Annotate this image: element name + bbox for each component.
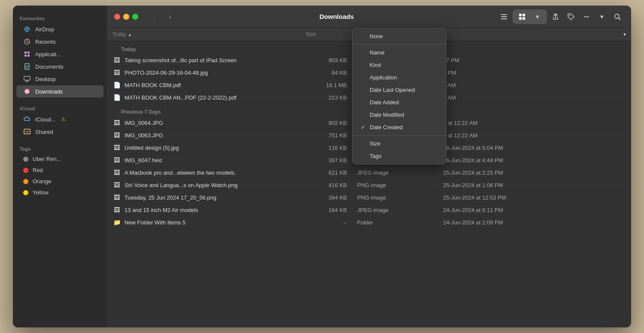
file-icon: 🖼 bbox=[112, 206, 121, 214]
sidebar-item-tag-uber[interactable]: Uber Ren... bbox=[16, 154, 103, 164]
dropdown-divider bbox=[352, 44, 446, 45]
col-name-header[interactable]: Today ▲ bbox=[107, 30, 301, 38]
traffic-lights bbox=[114, 14, 138, 20]
downloads-icon bbox=[23, 88, 31, 95]
svg-point-20 bbox=[586, 16, 587, 17]
svg-rect-6 bbox=[27, 54, 30, 57]
tag-dot bbox=[23, 168, 28, 173]
file-name: 🖼 Tuesday, 25 Jun 2024 17_20_56.png bbox=[107, 193, 301, 202]
svg-rect-17 bbox=[522, 17, 525, 20]
main-content: ‹ › Downloads bbox=[107, 6, 631, 327]
sidebar-item-shared[interactable]: Shared bbox=[16, 126, 103, 138]
icloud-icon bbox=[23, 115, 31, 123]
more-options-button[interactable] bbox=[580, 10, 593, 24]
maximize-button[interactable] bbox=[132, 14, 138, 20]
dropdown-item-date-created[interactable]: ✓ Date Created bbox=[352, 121, 446, 133]
dropdown-item-none[interactable]: None bbox=[352, 30, 446, 42]
dropdown-item-date-modified[interactable]: Date Modified bbox=[352, 109, 446, 121]
svg-point-19 bbox=[584, 16, 586, 17]
file-row[interactable]: 📁 New Folder With Items 5 -- Folder 24-J… bbox=[107, 216, 631, 229]
grid-view-button[interactable] bbox=[515, 10, 529, 24]
sidebar: Favourites AirDrop Recents bbox=[13, 6, 107, 327]
svg-rect-11 bbox=[501, 14, 507, 15]
svg-rect-4 bbox=[27, 51, 30, 54]
file-row[interactable]: 🖼 Siri Voice and Langua...s on Apple Wat… bbox=[107, 179, 631, 191]
file-icon: 🖼 bbox=[112, 193, 121, 202]
dropdown-item-size[interactable]: Size bbox=[352, 137, 446, 150]
sidebar-item-tag-orange[interactable]: Orange bbox=[16, 176, 103, 187]
minimize-button[interactable] bbox=[123, 14, 129, 20]
documents-icon bbox=[23, 63, 31, 70]
sidebar-item-tag-yellow[interactable]: Yellow bbox=[16, 187, 103, 198]
dropdown-item-tags[interactable]: Tags bbox=[352, 150, 446, 162]
file-name: 📄 MATH BOOK CBM.pdf bbox=[107, 81, 301, 89]
file-icon: 🖼 bbox=[112, 156, 121, 164]
view-dropdown-arrow[interactable]: ▾ bbox=[531, 10, 544, 24]
sidebar-item-recents[interactable]: Recents bbox=[16, 36, 103, 48]
file-name: 📁 New Folder With Items 5 bbox=[107, 218, 301, 227]
finder-window: Favourites AirDrop Recents bbox=[13, 6, 631, 327]
sidebar-item-label: Shared bbox=[35, 129, 53, 135]
dropdown-item-name[interactable]: Name bbox=[352, 46, 446, 59]
file-icon: 📁 bbox=[112, 218, 121, 227]
date-sort-dropdown[interactable]: ▾ bbox=[623, 31, 626, 37]
icloud-section-label: iCloud bbox=[13, 103, 107, 113]
search-button[interactable] bbox=[611, 10, 624, 24]
window-title: Downloads bbox=[183, 13, 490, 20]
dropdown-item-kind[interactable]: Kind bbox=[352, 59, 446, 71]
close-button[interactable] bbox=[114, 14, 120, 20]
svg-rect-7 bbox=[25, 64, 29, 70]
dropdown-divider bbox=[352, 135, 446, 136]
more-dropdown-arrow[interactable]: ▾ bbox=[595, 10, 609, 24]
file-row[interactable]: 🖼 13 and 15 inch M2 Air models 164 KB JP… bbox=[107, 204, 631, 216]
file-name: 🖼 IMG_6047.heic bbox=[107, 156, 301, 164]
file-icon: 📄 bbox=[112, 81, 121, 89]
file-name: 🖼 Taking screenshot of...ific part of iP… bbox=[107, 56, 301, 64]
file-name: 🖼 A Macbook pro and...etween the two mod… bbox=[107, 168, 301, 177]
desktop-icon bbox=[23, 75, 31, 83]
file-row[interactable]: 🖼 Tuesday, 25 Jun 2024 17_20_56.png 394 … bbox=[107, 191, 631, 204]
sidebar-item-tag-red[interactable]: Red bbox=[16, 165, 103, 176]
file-icon: 🖼 bbox=[112, 118, 121, 127]
file-icon: 🖼 bbox=[112, 56, 121, 64]
tag-dot bbox=[23, 179, 28, 184]
dropdown-item-date-last-opened[interactable]: Date Last Opened bbox=[352, 84, 446, 96]
file-icon: 🖼 bbox=[112, 168, 121, 177]
dropdown-item-date-added[interactable]: Date Added bbox=[352, 96, 446, 109]
file-icon: 🖼 bbox=[112, 181, 121, 189]
checkmark-date-created: ✓ bbox=[359, 124, 366, 130]
file-name: 🖼 Siri Voice and Langua...s on Apple Wat… bbox=[107, 181, 301, 189]
sidebar-item-label: Recents bbox=[35, 39, 56, 45]
col-size-header[interactable]: Size bbox=[301, 30, 352, 38]
back-button[interactable]: ‹ bbox=[149, 11, 161, 23]
tag-label: Yellow bbox=[33, 189, 49, 196]
forward-button[interactable]: › bbox=[164, 11, 176, 23]
sidebar-item-icloud[interactable]: iCloud... ⚠ bbox=[16, 113, 103, 125]
sidebar-item-label: AirDrop bbox=[35, 26, 54, 33]
file-name: 🖼 Untitled design (5).jpg bbox=[107, 143, 301, 152]
col-date-header[interactable]: ▾ bbox=[438, 30, 631, 38]
tag-dot bbox=[23, 190, 28, 195]
applications-icon bbox=[23, 50, 31, 58]
sort-dropdown-menu: None Name Kind Application Date Last Ope… bbox=[352, 28, 447, 164]
warning-icon: ⚠ bbox=[61, 116, 66, 122]
sidebar-item-documents[interactable]: Documents bbox=[16, 61, 103, 73]
dropdown-item-application[interactable]: Application bbox=[352, 71, 446, 84]
sidebar-item-downloads[interactable]: Downloads bbox=[16, 85, 103, 97]
airdrop-icon bbox=[23, 25, 31, 33]
sidebar-item-desktop[interactable]: Desktop bbox=[16, 73, 103, 85]
file-row[interactable]: 🖼 A Macbook pro and...etween the two mod… bbox=[107, 166, 631, 179]
sidebar-item-label: Applicati... bbox=[35, 51, 61, 58]
svg-rect-12 bbox=[501, 16, 507, 17]
svg-rect-15 bbox=[522, 14, 525, 16]
sidebar-item-airdrop[interactable]: AirDrop bbox=[16, 23, 103, 35]
sidebar-item-label: Documents bbox=[35, 64, 64, 70]
toolbar: ‹ › Downloads bbox=[107, 6, 631, 28]
svg-rect-14 bbox=[519, 14, 522, 16]
sidebar-item-applications[interactable]: Applicati... bbox=[16, 48, 103, 60]
tag-button[interactable] bbox=[564, 10, 578, 24]
list-view-button[interactable] bbox=[497, 10, 511, 24]
svg-rect-5 bbox=[24, 54, 27, 57]
share-button[interactable] bbox=[549, 10, 562, 24]
svg-rect-8 bbox=[24, 76, 30, 80]
